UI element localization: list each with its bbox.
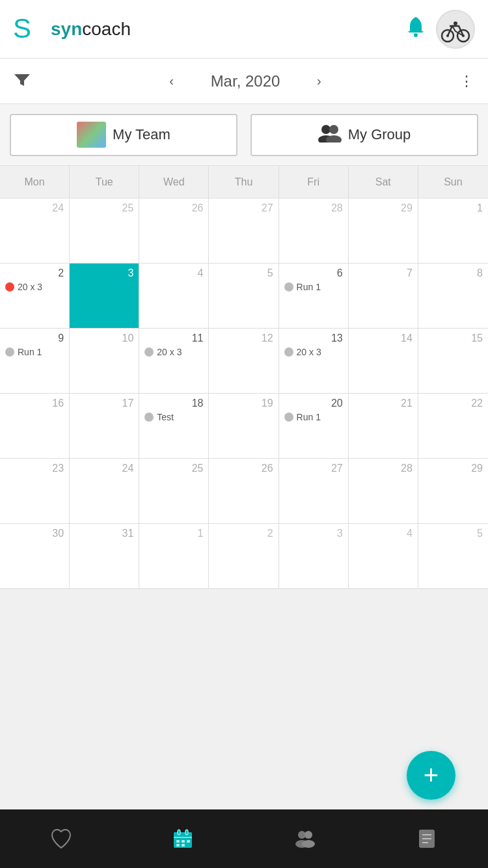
svg-point-24 [305, 831, 312, 839]
cell-date-number: 2 [214, 528, 273, 539]
calendar-cell[interactable]: 25 [70, 198, 139, 264]
calendar-cell[interactable]: 24 [0, 198, 70, 264]
cell-date-number: 15 [424, 332, 483, 344]
calendar-cell[interactable]: 25 [139, 459, 209, 524]
group-selector: My Team My Group [0, 104, 488, 166]
svg-rect-21 [176, 844, 180, 847]
event-entry[interactable]: 20 x 3 [144, 347, 203, 357]
calendar-cell[interactable]: 14 [349, 329, 418, 394]
calendar-cell[interactable]: 27 [209, 198, 278, 264]
calendar-cell[interactable]: 1 [418, 198, 488, 264]
svg-rect-22 [182, 844, 185, 847]
cell-date-number: 18 [144, 398, 203, 409]
calendar-cell[interactable]: 15 [418, 329, 488, 394]
cell-date-number: 22 [424, 398, 483, 409]
nav-notes[interactable] [366, 809, 489, 868]
calendar-cell[interactable]: 18Test [139, 394, 209, 459]
calendar-cell[interactable]: 9Run 1 [0, 329, 70, 394]
fab-plus-icon: + [424, 761, 439, 790]
cell-date-number: 16 [5, 398, 64, 409]
event-dot [144, 413, 154, 422]
calendar-grid[interactable]: 2425262728291220 x 33456Run 1789Run 1101… [0, 198, 488, 589]
calendar-cell[interactable]: 23 [0, 459, 70, 524]
cell-date-number: 3 [284, 528, 343, 539]
day-header-sat: Sat [349, 166, 418, 198]
calendar-cell[interactable]: 5 [418, 524, 488, 589]
calendar-cell[interactable]: 29 [349, 198, 418, 264]
calendar-cell[interactable]: 5 [209, 264, 278, 329]
calendar-cell[interactable]: 26 [209, 459, 278, 524]
cell-date-number: 8 [424, 267, 483, 279]
calendar-cell[interactable]: 30 [0, 524, 70, 589]
nav-team[interactable] [244, 809, 366, 868]
calendar-cell[interactable]: 1120 x 3 [139, 329, 209, 394]
cell-date-number: 28 [284, 202, 343, 214]
avatar[interactable] [436, 10, 475, 49]
calendar-cell[interactable]: 20Run 1 [279, 394, 349, 459]
cell-date-number: 24 [5, 202, 64, 214]
calendar-cell[interactable]: 7 [349, 264, 418, 329]
header-actions [406, 10, 475, 49]
filter-icon[interactable] [13, 70, 31, 92]
calendar-cell[interactable]: 3 [279, 524, 349, 589]
notification-bell-icon[interactable] [406, 16, 426, 42]
prev-month-button[interactable]: ‹ [169, 74, 174, 88]
cell-date-number: 13 [284, 332, 343, 344]
cell-date-number: 19 [214, 398, 273, 409]
next-month-button[interactable]: › [317, 74, 321, 88]
add-event-fab[interactable]: + [407, 751, 455, 800]
calendar-cell[interactable]: 21 [349, 394, 418, 459]
calendar-cell[interactable]: 4 [349, 524, 418, 589]
calendar-cell[interactable]: 12 [209, 329, 278, 394]
event-text: Run 1 [297, 282, 321, 292]
cell-date-number: 5 [424, 528, 483, 539]
calendar-cell[interactable]: 24 [70, 459, 139, 524]
calendar-cell[interactable]: 1320 x 3 [279, 329, 349, 394]
calendar-cell[interactable]: 4 [139, 264, 209, 329]
event-entry[interactable]: Run 1 [5, 347, 64, 357]
cell-date-number: 14 [354, 332, 413, 344]
nav-calendar[interactable] [122, 809, 245, 868]
calendar-nav-icon [171, 827, 195, 850]
calendar-cell[interactable]: 8 [418, 264, 488, 329]
calendar-cell[interactable]: 26 [139, 198, 209, 264]
calendar-cell[interactable]: 6Run 1 [279, 264, 349, 329]
calendar-cell[interactable]: 29 [418, 459, 488, 524]
event-entry[interactable]: Test [144, 412, 203, 422]
my-group-button[interactable]: My Group [251, 114, 478, 156]
calendar-cell[interactable]: 17 [70, 394, 139, 459]
calendar-cell[interactable]: 3 [70, 264, 139, 329]
cell-date-number: 27 [284, 463, 343, 474]
calendar-cell[interactable]: 28 [349, 459, 418, 524]
calendar-cell[interactable]: 22 [418, 394, 488, 459]
cell-date-number: 4 [354, 528, 413, 539]
my-team-button[interactable]: My Team [10, 114, 237, 156]
calendar-cell[interactable]: 31 [70, 524, 139, 589]
cell-date-number: 29 [424, 463, 483, 474]
event-entry[interactable]: Run 1 [284, 282, 343, 292]
svg-point-10 [329, 125, 338, 134]
event-text: 20 x 3 [157, 347, 182, 357]
calendar-cell[interactable]: 28 [279, 198, 349, 264]
event-entry[interactable]: 20 x 3 [5, 282, 64, 292]
logo: S syncoach [13, 13, 131, 46]
calendar-cell[interactable]: 1 [139, 524, 209, 589]
group-icon [318, 123, 342, 147]
calendar-cell[interactable]: 16 [0, 394, 70, 459]
cell-date-number: 20 [284, 398, 343, 409]
cell-date-number: 10 [75, 332, 133, 344]
event-text: Test [157, 412, 174, 422]
event-text: Run 1 [18, 347, 42, 357]
calendar-cell[interactable]: 220 x 3 [0, 264, 70, 329]
current-month-label: Mar, 2020 [187, 72, 304, 90]
cell-date-number: 24 [75, 463, 133, 474]
more-options-icon[interactable]: ⋮ [459, 73, 475, 90]
event-entry[interactable]: Run 1 [284, 412, 343, 422]
calendar-cell[interactable]: 10 [70, 329, 139, 394]
nav-favorites[interactable] [0, 809, 122, 868]
svg-point-9 [321, 125, 331, 134]
calendar-cell[interactable]: 2 [209, 524, 278, 589]
event-entry[interactable]: 20 x 3 [284, 347, 343, 357]
calendar-cell[interactable]: 19 [209, 394, 278, 459]
calendar-cell[interactable]: 27 [279, 459, 349, 524]
